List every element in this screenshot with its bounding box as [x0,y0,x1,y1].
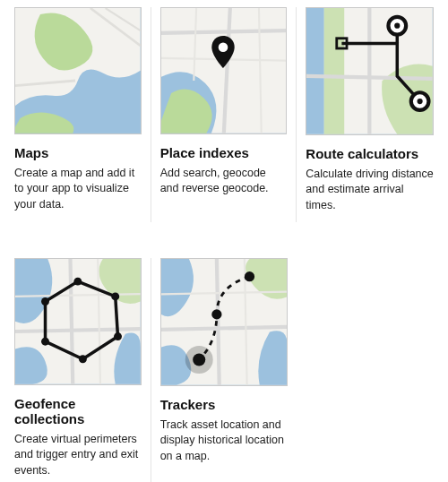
map-icon [15,8,141,133]
svg-point-10 [219,42,228,52]
card-title: Place indexes [160,145,288,160]
thumbnail-geofence-collections [14,258,142,385]
card-maps[interactable]: Maps Create a map and add it to your app… [5,7,151,222]
card-title: Maps [14,145,142,160]
svg-line-22 [70,259,73,384]
svg-point-32 [41,297,49,306]
thumbnail-maps [14,7,142,134]
card-trackers[interactable]: Trackers Track asset location and displa… [151,258,297,482]
svg-point-27 [73,278,82,286]
card-desc: Add search, geocode and reverse geocode. [160,166,288,197]
map-icon [306,8,433,134]
pin-icon [211,36,235,68]
map-icon [15,259,141,384]
svg-line-35 [161,327,288,330]
svg-point-30 [79,355,87,363]
svg-line-14 [306,76,433,79]
svg-line-5 [161,30,287,33]
map-icon [161,259,288,385]
svg-point-39 [211,309,221,319]
svg-line-23 [15,329,141,331]
thumbnail-route-calculators [306,7,434,135]
thumbnail-trackers [160,258,289,386]
card-desc: Track asset location and display histori… [160,417,289,465]
card-route-calculators[interactable]: Route calculators Calculate driving dist… [297,7,443,222]
card-title: Geofence collections [14,396,142,426]
resource-card-grid: Maps Create a map and add it to your app… [5,7,443,482]
card-desc: Create a map and add it to your app to v… [14,166,142,213]
card-title: Route calculators [306,146,434,161]
card-title: Trackers [160,397,289,412]
svg-point-20 [418,99,423,104]
map-icon [161,8,287,133]
svg-point-31 [41,338,49,346]
card-place-indexes[interactable]: Place indexes Add search, geocode and re… [151,7,297,222]
svg-point-28 [111,293,119,301]
svg-point-17 [395,23,401,29]
thumbnail-place-indexes [160,7,288,134]
svg-point-38 [244,271,254,281]
svg-rect-12 [306,8,324,134]
card-desc: Create virtual perimeters and trigger en… [14,432,142,479]
svg-point-41 [193,354,205,366]
card-desc: Calculate driving distance and estimate … [306,167,434,214]
svg-point-29 [114,332,122,340]
card-geofence-collections[interactable]: Geofence collections Create virtual peri… [5,258,151,482]
